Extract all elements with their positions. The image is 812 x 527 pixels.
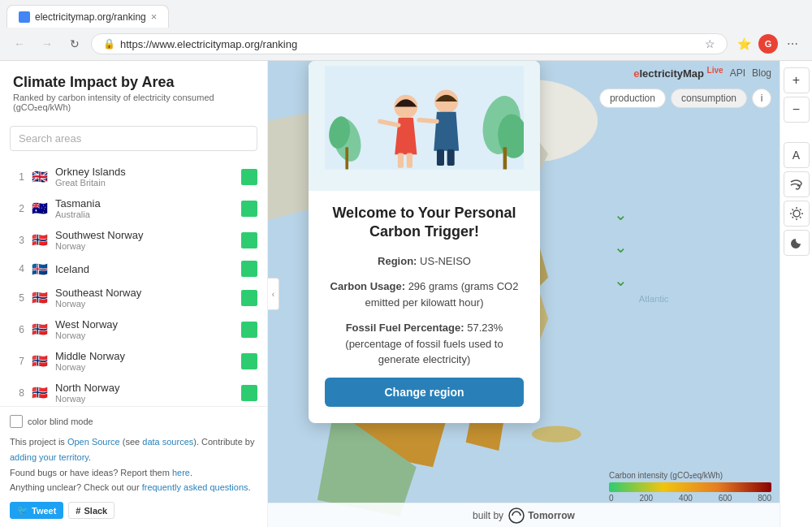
report-link[interactable]: here [172, 468, 190, 477]
production-toggle[interactable]: production [599, 89, 666, 108]
carbon-indicator [241, 290, 257, 306]
rank-number: 5 [10, 292, 24, 304]
faq-link[interactable]: frequently asked questions [142, 482, 248, 492]
main-content: Climate Impact by Area Ranked by carbon … [0, 61, 812, 527]
tweet-button[interactable]: 🐦 Tweet [10, 502, 63, 519]
live-badge: Live [707, 66, 723, 75]
svg-text:⌄: ⌄ [614, 238, 628, 256]
carbon-label: Carbon Usage: [330, 280, 405, 292]
svg-point-29 [509, 508, 524, 523]
twitter-icon: 🐦 [17, 505, 28, 516]
solar-button[interactable] [784, 201, 810, 227]
footer-text1: This project is [10, 437, 67, 447]
night-mode-button[interactable] [784, 230, 810, 256]
area-info: Tasmania Australia [55, 197, 235, 219]
legend-bar [609, 482, 771, 492]
forward-button[interactable]: → [36, 32, 58, 55]
sidebar-title: Climate Impact by Area [13, 74, 254, 91]
api-link[interactable]: API [730, 67, 745, 79]
legend-labels: 0 200 400 600 800 [609, 494, 771, 503]
rank-item[interactable]: 6 🇳🇴 West Norway Norway [0, 313, 267, 345]
zoom-in-button[interactable]: + [784, 67, 810, 93]
legend-label-600: 600 [719, 494, 732, 503]
rank-number: 8 [10, 387, 24, 399]
region-value: US-NEISO [420, 255, 471, 267]
sidebar-toggle[interactable]: ‹ [268, 278, 279, 310]
refresh-button[interactable]: ↻ [63, 32, 86, 55]
svg-line-28 [792, 217, 793, 218]
back-button[interactable]: ← [8, 32, 31, 55]
slack-button[interactable]: # Slack [68, 502, 114, 519]
area-name: West Norway [55, 318, 235, 330]
area-name: North Norway [55, 382, 235, 394]
map-area[interactable]: Atlantic ⌄ ⌄ ⌄ electricityMap Live API B… [268, 61, 812, 527]
social-row: 🐦 Tweet # Slack [10, 502, 257, 519]
svg-rect-16 [407, 153, 412, 168]
area-name: Middle Norway [55, 350, 235, 362]
rank-item[interactable]: 4 🇮🇸 Iceland [0, 256, 267, 282]
brand-name: electricityMap Live [633, 66, 723, 80]
data-sources-link[interactable]: data sources [142, 437, 193, 447]
tomorrow-logo-icon [508, 508, 525, 524]
map-top-controls: production consumption i [599, 89, 771, 108]
carbon-indicator [241, 201, 257, 217]
legend-label-0: 0 [609, 494, 614, 503]
rank-item[interactable]: 7 🇳🇴 Middle Norway Norway [0, 345, 267, 377]
slack-icon: # [76, 506, 80, 516]
legend-label-400: 400 [679, 494, 693, 503]
country-flag: 🇳🇴 [31, 323, 49, 336]
zoom-out-button[interactable]: − [784, 97, 810, 123]
change-region-button[interactable]: Change region [325, 378, 524, 407]
area-country: Great Britain [55, 178, 235, 188]
svg-rect-10 [345, 147, 348, 169]
area-country: Norway [55, 394, 235, 404]
profile-avatar[interactable]: G [758, 34, 778, 54]
extensions-button[interactable]: ⭐ [732, 32, 755, 55]
sidebar-footer: color blind mode This project is Open So… [0, 406, 267, 527]
sidebar-header: Climate Impact by Area Ranked by carbon … [0, 61, 267, 119]
carbon-indicator [241, 232, 257, 248]
fossil-label: Fossil Fuel Percentage: [346, 322, 464, 334]
search-input[interactable] [10, 126, 257, 151]
open-source-link[interactable]: Open Source [67, 437, 120, 447]
popup-carbon: Carbon Usage: 296 grams (grams CO2 emitt… [325, 279, 524, 310]
rank-item[interactable]: 3 🇳🇴 Southwest Norway Norway [0, 224, 267, 256]
country-flag: 🇳🇴 [31, 234, 49, 247]
info-button[interactable]: i [752, 89, 771, 108]
add-territory-link[interactable]: adding your territory [10, 452, 89, 462]
address-bar[interactable]: 🔒 https://www.electricitymap.org/ranking… [91, 33, 728, 54]
tab-favicon [19, 11, 30, 23]
bookmark-icon[interactable]: ☆ [705, 37, 715, 50]
tab-close[interactable]: × [151, 11, 158, 23]
brand-e-icon: e [633, 67, 639, 80]
svg-line-27 [800, 210, 801, 211]
rank-item[interactable]: 2 🇦🇺 Tasmania Australia [0, 192, 267, 224]
rank-item[interactable]: 8 🇳🇴 North Norway Norway [0, 377, 267, 406]
color-blind-row: color blind mode [10, 415, 257, 428]
moon-icon [790, 236, 803, 249]
carbon-indicator [241, 169, 257, 185]
legend-label-200: 200 [639, 494, 653, 503]
tweet-label: Tweet [32, 506, 56, 516]
wind-button[interactable] [784, 171, 810, 197]
area-country: Norway [55, 362, 235, 372]
consumption-toggle[interactable]: consumption [671, 89, 747, 108]
svg-rect-18 [437, 149, 444, 166]
color-blind-checkbox[interactable] [10, 415, 23, 428]
translate-button[interactable]: A [784, 142, 810, 168]
svg-point-20 [793, 210, 800, 217]
blog-link[interactable]: Blog [752, 67, 771, 79]
svg-rect-13 [503, 147, 508, 169]
region-label: Region: [378, 255, 417, 267]
rank-item[interactable]: 1 🇬🇧 Orkney Islands Great Britain [0, 161, 267, 192]
menu-button[interactable]: ⋯ [781, 32, 804, 55]
svg-text:⌄: ⌄ [614, 271, 628, 289]
popup-content: Welcome to Your Personal Carbon Trigger!… [309, 191, 540, 423]
rank-item[interactable]: 5 🇳🇴 Southeast Norway Norway [0, 282, 267, 313]
area-name: Iceland [55, 263, 235, 275]
browser-nav-right: ⭐ G ⋯ [732, 32, 804, 55]
area-info: Iceland [55, 263, 235, 275]
area-info: North Norway Norway [55, 382, 235, 404]
browser-chrome: electricitymap.org/ranking × ← → ↻ 🔒 htt… [0, 0, 812, 61]
active-tab[interactable]: electricitymap.org/ranking × [6, 5, 169, 28]
